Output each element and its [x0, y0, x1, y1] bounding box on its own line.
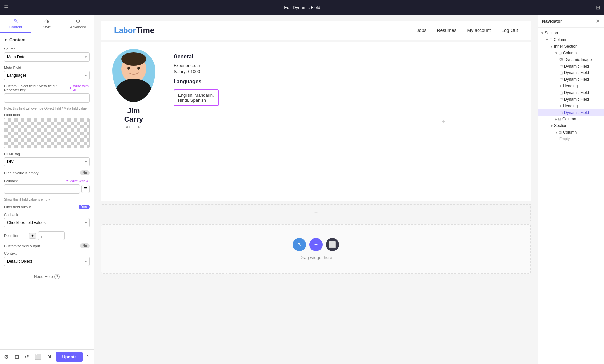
- nav-arrow-icon: ▼: [541, 31, 544, 35]
- nav-item[interactable]: ▼ Section: [538, 122, 604, 129]
- meta-field-select[interactable]: Languages: [4, 71, 90, 80]
- content-icon: ✎: [14, 18, 18, 24]
- update-button[interactable]: Update: [56, 352, 82, 362]
- drag-buttons: ↖ + ⬜: [293, 238, 339, 251]
- nav-item[interactable]: ⬚ Dynamic Field: [538, 109, 604, 116]
- preview-icon[interactable]: 👁: [48, 354, 53, 360]
- site-nav: Jobs Resumes My account Log Out: [417, 28, 518, 33]
- svg-point-4: [121, 52, 146, 66]
- nav-item-label: Dynamic Field: [564, 77, 589, 82]
- fallback-ai-button[interactable]: Write with AI: [66, 179, 90, 183]
- profile-section: JimCarry ACTOR General Experience: 5 Sal…: [101, 42, 531, 201]
- nav-type-icon: ⬚: [559, 64, 563, 68]
- nav-item[interactable]: ▼ ⊡ Column: [538, 50, 604, 56]
- source-select-wrap: Meta Data: [4, 52, 90, 62]
- nav-item-label: Section: [554, 123, 567, 128]
- nav-my-account[interactable]: My account: [467, 28, 491, 33]
- nav-type-icon: ⊡: [559, 130, 562, 135]
- drag-btn-blue[interactable]: ↖: [293, 238, 306, 251]
- drag-btn-plus[interactable]: +: [309, 238, 323, 251]
- tab-advanced[interactable]: ⚙ Advanced: [63, 15, 94, 33]
- profile-info: General Experience: 5 Salary: €1000 Lang…: [167, 42, 356, 201]
- svg-point-5: [127, 67, 130, 70]
- nav-item[interactable]: ▼ ⊡ Column: [538, 129, 604, 136]
- html-tag-row: HTML tag DIV: [4, 152, 90, 166]
- nav-close-button[interactable]: ✕: [596, 18, 600, 24]
- nav-item[interactable]: ⬚ Dynamic Field: [538, 63, 604, 69]
- site-header: LaborTime Jobs Resumes My account Log Ou…: [101, 21, 531, 40]
- ai-write-button[interactable]: Write with AI: [69, 84, 90, 92]
- hamburger-icon[interactable]: ☰: [4, 4, 9, 11]
- nav-item-label: Dynamic Field: [564, 90, 589, 95]
- site-logo: LaborTime: [114, 26, 154, 35]
- html-tag-select[interactable]: DIV: [4, 157, 90, 166]
- customize-output-toggle[interactable]: No: [80, 243, 90, 248]
- show-if-empty-note: Show this if field value is empty: [4, 198, 90, 201]
- content-section-header: ▼ Content: [4, 37, 90, 42]
- nav-item[interactable]: ...: [538, 142, 604, 148]
- layers-icon[interactable]: ⊞: [15, 354, 19, 360]
- nav-logout[interactable]: Log Out: [501, 28, 518, 33]
- help-icon[interactable]: ?: [54, 274, 60, 279]
- nav-resumes[interactable]: Resumes: [437, 28, 456, 33]
- fallback-input[interactable]: [4, 184, 80, 194]
- logo-time: Time: [136, 26, 155, 35]
- delimiter-tag[interactable]: ✦: [29, 233, 36, 239]
- left-panel: ✎ Content ◑ Style ⚙ Advanced ▼ Content S…: [0, 15, 94, 364]
- customize-output-label: Customize field output: [4, 244, 40, 248]
- nav-tree: ▼ Section▼ ⊡ Column▼ Inner Section▼ ⊡ Co…: [538, 28, 604, 150]
- nav-item-label: Dynamic Image: [564, 57, 592, 62]
- nav-item[interactable]: ⬚ Dynamic Field: [538, 89, 604, 96]
- add-widget-icon[interactable]: +: [441, 118, 445, 126]
- profile-name: JimCarry: [124, 107, 143, 124]
- settings-icon[interactable]: ⚙: [4, 354, 9, 360]
- add-section-plus[interactable]: +: [314, 209, 318, 216]
- tab-content[interactable]: ✎ Content: [0, 15, 31, 33]
- responsive-icon[interactable]: ⬜: [35, 354, 42, 360]
- nav-item[interactable]: ▼ ⊡ Column: [538, 36, 604, 43]
- callback-select-wrap: Checkbox field values: [4, 218, 90, 227]
- field-icon-row: Field Icon: [4, 113, 90, 148]
- callback-select[interactable]: Checkbox field values: [4, 218, 90, 227]
- experience-line: Experience: 5: [174, 63, 349, 68]
- note-text: Note: this field will override Object fi…: [4, 107, 90, 110]
- nav-item[interactable]: ⬚ Dynamic Field: [538, 76, 604, 83]
- meta-field-select-wrap: Languages: [4, 71, 90, 80]
- nav-item[interactable]: T Heading: [538, 103, 604, 109]
- hide-if-empty-row: Hide if value is empty No: [4, 170, 90, 175]
- nav-item-label: Column: [563, 130, 577, 135]
- nav-item[interactable]: 🖼 Dynamic Image: [538, 56, 604, 63]
- nav-item-label: Heading: [563, 84, 578, 88]
- add-section-bar: +: [101, 204, 531, 221]
- tab-style[interactable]: ◑ Style: [31, 15, 62, 33]
- general-title: General: [174, 54, 349, 60]
- meta-field-row: Meta Field Languages: [4, 66, 90, 80]
- html-tag-select-wrap: DIV: [4, 157, 90, 166]
- nav-item-label: Dynamic Field: [564, 70, 589, 75]
- nav-item[interactable]: Empty: [538, 136, 604, 142]
- drag-btn-dark[interactable]: ⬜: [326, 238, 339, 251]
- hide-if-empty-toggle[interactable]: No: [80, 170, 90, 175]
- history-icon[interactable]: ↺: [25, 354, 29, 360]
- source-select[interactable]: Meta Data: [4, 52, 90, 62]
- nav-type-icon: ⊡: [558, 117, 561, 121]
- fallback-icon-button[interactable]: ☰: [81, 185, 90, 193]
- collapse-icon[interactable]: ⌃: [86, 354, 90, 360]
- nav-item[interactable]: ⬚ Dynamic Field: [538, 69, 604, 76]
- custom-object-input[interactable]: [4, 93, 90, 103]
- nav-item[interactable]: ⬚ Dynamic Field: [538, 96, 604, 103]
- delimiter-input[interactable]: [38, 231, 65, 240]
- nav-item[interactable]: ▼ Section: [538, 30, 604, 36]
- nav-item[interactable]: ▼ Inner Section: [538, 43, 604, 50]
- nav-item[interactable]: ▶ ⊡ Column: [538, 116, 604, 122]
- context-select[interactable]: Default Object: [4, 257, 90, 266]
- languages-box: English, Mandarin,Hindi, Spanish: [174, 89, 219, 106]
- nav-item-empty: Empty: [559, 137, 570, 141]
- nav-item[interactable]: T Heading: [538, 83, 604, 89]
- filter-field-toggle[interactable]: Yes: [79, 205, 90, 209]
- nav-jobs[interactable]: Jobs: [417, 28, 427, 33]
- nav-arrow-icon: ▼: [550, 124, 553, 128]
- callback-row: Callback Checkbox field values: [4, 213, 90, 227]
- custom-object-field: Custom Object field / Meta field / Repea…: [4, 84, 90, 103]
- grid-icon[interactable]: ⊞: [596, 4, 600, 11]
